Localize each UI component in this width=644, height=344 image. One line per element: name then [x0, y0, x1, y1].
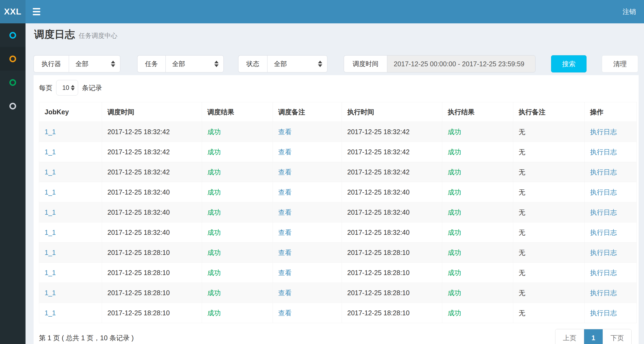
handle-time-cell: 2017-12-25 18:28:10	[342, 303, 442, 323]
page-header: 调度日志 任务调度中心	[34, 28, 644, 41]
handle-result-cell: 成功	[442, 142, 513, 162]
job-key-link[interactable]: 1_1	[45, 148, 56, 156]
trigger-msg-link[interactable]: 查看	[278, 269, 292, 276]
sidebar-item-4[interactable]	[0, 94, 26, 118]
job-key-link[interactable]: 1_1	[45, 269, 56, 276]
page-size-select[interactable]: 10	[56, 80, 78, 96]
trigger-msg-link[interactable]: 查看	[278, 188, 292, 196]
table-cell: 1_1	[39, 142, 102, 162]
trigger-msg-link[interactable]: 查看	[278, 289, 292, 297]
page-title: 调度日志	[34, 28, 75, 41]
handle-msg-cell: 无	[513, 303, 585, 323]
job-key-link[interactable]: 1_1	[45, 309, 56, 317]
exec-log-link[interactable]: 执行日志	[590, 249, 617, 256]
trigger-time-cell: 2017-12-25 18:32:42	[102, 122, 202, 142]
table-row: 1_12017-12-25 18:28:10成功查看2017-12-25 18:…	[39, 243, 637, 263]
sidebar-toggle-button[interactable]	[29, 0, 44, 23]
trigger-result-cell: 成功	[202, 122, 273, 142]
sidebar-item-1[interactable]	[0, 23, 26, 47]
table-cell: 查看	[273, 162, 342, 182]
table-cell: 查看	[273, 142, 342, 162]
trigger-msg-link[interactable]: 查看	[278, 309, 292, 317]
circle-icon	[9, 56, 16, 62]
table-row: 1_12017-12-25 18:32:42成功查看2017-12-25 18:…	[39, 142, 637, 162]
job-key-link[interactable]: 1_1	[45, 229, 56, 236]
time-range-input[interactable]: 2017-12-25 00:00:00 - 2017-12-25 23:59:5…	[387, 55, 536, 72]
handle-msg-cell: 无	[513, 122, 585, 142]
exec-log-link[interactable]: 执行日志	[590, 168, 617, 176]
clear-button[interactable]: 清理	[602, 55, 638, 72]
job-key-link[interactable]: 1_1	[45, 289, 56, 297]
trigger-msg-link[interactable]: 查看	[278, 128, 292, 136]
table-cell: 执行日志	[585, 283, 637, 303]
current-page-button[interactable]: 1	[584, 329, 603, 344]
handle-result-cell: 成功	[442, 303, 513, 323]
prev-page-button[interactable]: 上页	[555, 329, 584, 344]
table-header-cell: 调度备注	[273, 102, 342, 122]
table-cell: 1_1	[39, 222, 102, 243]
job-filter-select[interactable]: 全部	[165, 55, 224, 72]
exec-log-link[interactable]: 执行日志	[590, 208, 617, 216]
trigger-msg-link[interactable]: 查看	[278, 148, 292, 156]
hamburger-icon	[33, 14, 40, 15]
trigger-msg-link[interactable]: 查看	[278, 168, 292, 176]
trigger-msg-link[interactable]: 查看	[278, 229, 292, 236]
table-cell: 1_1	[39, 263, 102, 283]
table-header-row: JobKey调度时间调度结果调度备注执行时间执行结果执行备注操作	[39, 102, 637, 122]
handle-time-cell: 2017-12-25 18:28:10	[342, 263, 442, 283]
handle-msg-cell: 无	[513, 162, 585, 182]
executor-filter-label: 执行器	[34, 55, 69, 72]
trigger-result-cell: 成功	[202, 142, 273, 162]
table-cell: 查看	[273, 263, 342, 283]
handle-time-cell: 2017-12-25 18:32:40	[342, 202, 442, 222]
select-spinner-icon	[318, 61, 322, 67]
job-key-link[interactable]: 1_1	[45, 168, 56, 176]
brand-logo[interactable]: XXL	[0, 0, 26, 23]
exec-log-link[interactable]: 执行日志	[590, 289, 617, 297]
sidebar-item-2[interactable]	[0, 47, 26, 71]
table-header-cell: 执行时间	[342, 102, 442, 122]
search-button[interactable]: 搜索	[551, 55, 587, 72]
table-row: 1_12017-12-25 18:28:10成功查看2017-12-25 18:…	[39, 263, 637, 283]
table-footer: 第 1 页 ( 总共 1 页，10 条记录 ) 上页 1 下页	[39, 329, 633, 344]
next-page-button[interactable]: 下页	[603, 329, 631, 344]
job-key-link[interactable]: 1_1	[45, 249, 56, 256]
exec-log-link[interactable]: 执行日志	[590, 309, 617, 317]
executor-filter-select[interactable]: 全部	[69, 55, 120, 72]
job-key-link[interactable]: 1_1	[45, 188, 56, 196]
trigger-result-cell: 成功	[202, 182, 273, 202]
exec-log-link[interactable]: 执行日志	[590, 148, 617, 156]
table-row: 1_12017-12-25 18:32:42成功查看2017-12-25 18:…	[39, 122, 637, 142]
exec-log-link[interactable]: 执行日志	[590, 188, 617, 196]
job-key-link[interactable]: 1_1	[45, 128, 56, 136]
handle-result-cell: 成功	[442, 202, 513, 222]
handle-result-cell: 成功	[442, 243, 513, 263]
exec-log-link[interactable]: 执行日志	[590, 229, 617, 236]
trigger-result-cell: 成功	[202, 162, 273, 182]
table-cell: 查看	[273, 202, 342, 222]
handle-msg-cell: 无	[513, 263, 585, 283]
exec-log-link[interactable]: 执行日志	[590, 269, 617, 276]
trigger-msg-link[interactable]: 查看	[278, 249, 292, 256]
handle-msg-cell: 无	[513, 222, 585, 243]
status-filter-select[interactable]: 全部	[267, 55, 327, 72]
trigger-time-cell: 2017-12-25 18:32:42	[102, 162, 202, 182]
handle-result-cell: 成功	[442, 162, 513, 182]
table-cell: 1_1	[39, 162, 102, 182]
job-filter-label: 任务	[137, 55, 165, 72]
exec-log-link[interactable]: 执行日志	[590, 128, 617, 136]
table-cell: 执行日志	[585, 142, 637, 162]
table-row: 1_12017-12-25 18:32:40成功查看2017-12-25 18:…	[39, 202, 637, 222]
logout-link[interactable]: 注销	[623, 7, 636, 16]
sidebar-item-3[interactable]	[0, 71, 26, 94]
table-row: 1_12017-12-25 18:28:10成功查看2017-12-25 18:…	[39, 283, 637, 303]
table-header-cell: 执行结果	[442, 102, 513, 122]
sidebar	[0, 23, 26, 344]
status-filter-group: 状态 全部	[238, 55, 327, 72]
trigger-result-cell: 成功	[202, 283, 273, 303]
trigger-time-cell: 2017-12-25 18:32:42	[102, 142, 202, 162]
trigger-msg-link[interactable]: 查看	[278, 208, 292, 216]
job-filter-value: 全部	[172, 60, 185, 68]
table-header-cell: JobKey	[39, 102, 102, 122]
job-key-link[interactable]: 1_1	[45, 208, 56, 216]
